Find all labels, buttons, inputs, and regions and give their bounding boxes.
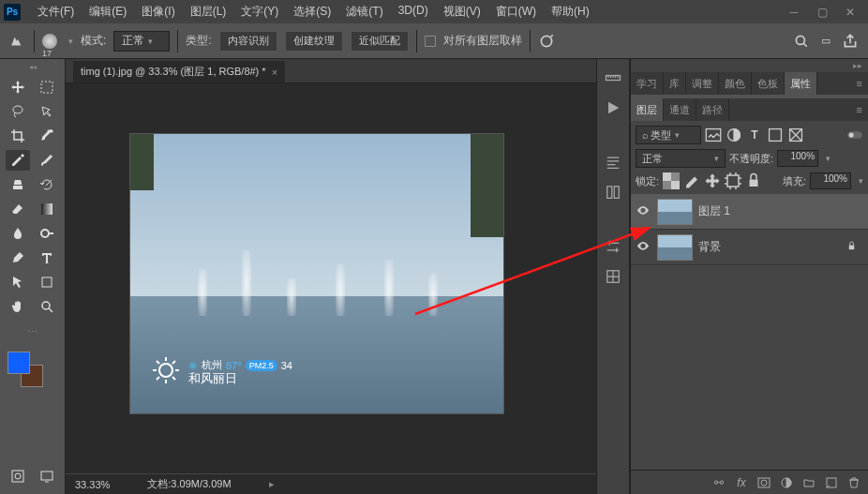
menu-item[interactable]: 编辑(E) — [82, 4, 134, 20]
panel-icon-adjustments[interactable] — [604, 237, 622, 256]
hand-tool[interactable] — [6, 296, 30, 317]
toolbox-handle[interactable]: ◂◂ — [0, 63, 65, 71]
filter-image-icon[interactable] — [705, 127, 722, 143]
brush-preview-icon[interactable] — [42, 34, 57, 49]
maximize-button[interactable]: ▢ — [808, 3, 836, 22]
panel-tab[interactable]: 调整 — [686, 72, 719, 95]
panel-icon-rulers[interactable] — [604, 68, 622, 87]
crop-tool[interactable] — [6, 126, 30, 146]
adjustment-layer-icon[interactable] — [780, 476, 793, 489]
zoom-tool[interactable] — [35, 296, 59, 317]
layer-fx-icon[interactable]: fx — [735, 476, 748, 489]
gradient-tool[interactable] — [35, 199, 59, 219]
canvas-area[interactable]: ◉ 杭州 87° PM2.5 34 和风丽日 — [66, 83, 596, 473]
menu-item[interactable]: 文件(F) — [30, 4, 82, 20]
shape-tool[interactable] — [35, 272, 59, 292]
marquee-tool[interactable] — [35, 77, 59, 97]
search-icon[interactable] — [793, 33, 810, 50]
panel-tab[interactable]: 色板 — [752, 72, 785, 95]
foreground-color[interactable] — [7, 352, 30, 374]
pen-tool[interactable] — [6, 247, 30, 268]
blur-tool[interactable] — [6, 223, 30, 244]
canvas[interactable]: ◉ 杭州 87° PM2.5 34 和风丽日 — [129, 133, 504, 414]
menu-item[interactable]: 窗口(W) — [488, 4, 544, 20]
filter-shape-icon[interactable] — [767, 127, 784, 143]
layer-row[interactable]: 图层 1 — [631, 194, 868, 230]
eyedropper-tool[interactable] — [35, 126, 59, 146]
menu-item[interactable]: 选择(S) — [286, 4, 338, 20]
filter-type-icon[interactable]: T — [746, 127, 763, 143]
opacity-dropdown-icon[interactable]: ▾ — [826, 154, 831, 163]
layer-thumbnail[interactable] — [657, 199, 693, 225]
menu-item[interactable]: 3D(D) — [391, 4, 436, 20]
panel-menu-icon[interactable]: ≡ — [851, 98, 868, 121]
lock-position-icon[interactable] — [704, 172, 721, 189]
group-icon[interactable] — [802, 476, 816, 489]
share-icon[interactable] — [842, 33, 859, 50]
panel-tab[interactable]: 属性 — [785, 72, 817, 95]
visibility-toggle[interactable] — [635, 241, 651, 253]
layer-thumbnail[interactable] — [657, 234, 693, 261]
layer-name[interactable]: 背景 — [698, 239, 841, 255]
delete-layer-icon[interactable] — [847, 476, 861, 489]
layer-row[interactable]: 背景 — [631, 230, 868, 265]
clone-stamp-tool[interactable] — [6, 174, 30, 195]
tab-close-icon[interactable]: × — [272, 67, 277, 78]
quick-mask-tool[interactable] — [7, 466, 29, 487]
panel-icon-play[interactable] — [604, 98, 622, 117]
type-tool[interactable] — [35, 247, 59, 268]
workspace-icon[interactable]: ▭ — [817, 33, 834, 50]
pressure-icon[interactable] — [538, 33, 555, 50]
layer-mask-icon[interactable] — [757, 476, 771, 489]
panel-collapse-icon[interactable]: ▸▸ — [631, 59, 868, 72]
dodge-tool[interactable] — [35, 223, 59, 244]
lasso-tool[interactable] — [6, 101, 30, 122]
type-create-texture-button[interactable]: 创建纹理 — [285, 31, 343, 52]
document-tab[interactable]: timg (1).jpg @ 33.3% (图层 1, RGB/8#) * × — [73, 61, 285, 82]
color-swatches[interactable] — [0, 350, 65, 391]
mode-select[interactable]: 正常▾ — [113, 31, 170, 52]
lock-all-icon[interactable] — [745, 172, 762, 189]
doc-info[interactable]: 文档:3.09M/3.09M — [147, 477, 231, 491]
layer-filter-kind[interactable]: ⌕类型▾ — [636, 126, 701, 144]
panel-tab[interactable]: 通道 — [664, 98, 696, 121]
menu-item[interactable]: 滤镜(T) — [338, 4, 390, 20]
layer-name[interactable]: 图层 1 — [698, 203, 864, 219]
menu-item[interactable]: 图层(L) — [183, 4, 234, 20]
screen-mode-tool[interactable] — [37, 466, 58, 487]
menu-item[interactable]: 文字(Y) — [233, 4, 286, 20]
filter-smart-icon[interactable] — [787, 127, 804, 143]
panel-menu-icon[interactable]: ≡ — [851, 72, 868, 95]
brush-dropdown-icon[interactable]: ▾ — [68, 37, 73, 46]
panel-tab[interactable]: 库 — [664, 72, 686, 95]
fill-input[interactable]: 100% — [810, 172, 851, 189]
filter-toggle[interactable] — [846, 127, 863, 143]
link-layers-icon[interactable]: ⚯ — [712, 476, 726, 489]
history-brush-tool[interactable] — [35, 174, 59, 195]
lock-pixels-icon[interactable] — [683, 172, 700, 189]
type-content-aware-button[interactable]: 内容识别 — [219, 31, 277, 52]
brush-tool[interactable] — [35, 150, 59, 171]
zoom-level[interactable]: 33.33% — [75, 479, 110, 490]
panel-tab[interactable]: 路径 — [696, 98, 729, 121]
lock-transparent-icon[interactable] — [663, 172, 680, 189]
filter-adjustment-icon[interactable] — [726, 127, 742, 143]
panel-tab[interactable]: 颜色 — [719, 72, 752, 95]
panel-icon-styles[interactable] — [604, 267, 622, 286]
blend-mode-select[interactable]: 正常▾ — [636, 149, 726, 168]
minimize-button[interactable]: ─ — [780, 3, 808, 22]
panel-icon-glyphs[interactable] — [604, 183, 622, 202]
healing-brush-tool[interactable] — [6, 150, 30, 171]
panel-tab[interactable]: 学习 — [631, 72, 664, 95]
fill-dropdown-icon[interactable]: ▾ — [859, 176, 863, 186]
menu-item[interactable]: 图像(I) — [134, 4, 182, 20]
menu-item[interactable]: 视图(V) — [436, 4, 488, 20]
path-select-tool[interactable] — [6, 272, 30, 292]
opacity-input[interactable]: 100% — [777, 150, 818, 167]
type-proximity-match-button[interactable]: 近似匹配 — [351, 31, 409, 52]
eraser-tool[interactable] — [6, 199, 30, 219]
visibility-toggle[interactable] — [635, 205, 651, 217]
close-button[interactable]: ✕ — [836, 3, 864, 22]
panel-icon-paragraph[interactable] — [604, 153, 622, 172]
new-layer-icon[interactable] — [825, 476, 838, 489]
